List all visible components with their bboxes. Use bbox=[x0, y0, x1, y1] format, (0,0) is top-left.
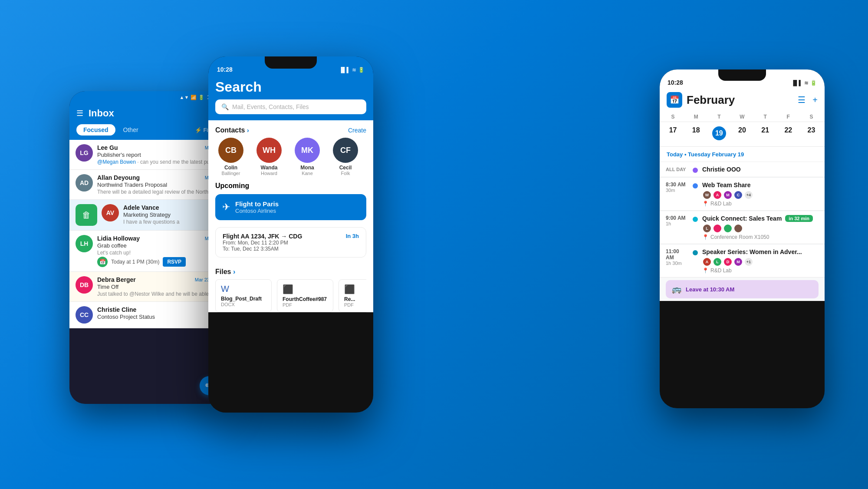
email-item-adele[interactable]: 🗑 AV Adele Vance Marketing Strategy I ha… bbox=[69, 200, 226, 231]
battery-icon-center: 🔋 bbox=[358, 67, 365, 73]
flight-card[interactable]: ✈ Flight to Paris Contoso Airlines bbox=[215, 194, 366, 220]
weekday-s1: S bbox=[661, 112, 684, 122]
av-speaker-3: D bbox=[723, 257, 733, 267]
av-webteam-1: W bbox=[702, 190, 712, 200]
event-time-webteam: 8:30 AM bbox=[666, 182, 688, 188]
file-item-blog[interactable]: W Blog_Post_Draft DOCX bbox=[215, 279, 272, 312]
inbox-title: Inbox bbox=[89, 108, 114, 119]
date-19-today[interactable]: 19 bbox=[707, 125, 730, 142]
search-bar[interactable]: 🔍 Mail, Events, Contacts, Files bbox=[215, 99, 366, 114]
avatar-lee: LG bbox=[76, 144, 93, 162]
rsvp-button[interactable]: RSVP bbox=[163, 257, 186, 267]
dot-allday bbox=[693, 168, 698, 173]
fd-from: From: Mon, Dec 11 2:20 PM bbox=[223, 240, 302, 246]
email-content-debra: Debra Berger Mar 23 🚩 Time Off Just talk… bbox=[97, 276, 220, 297]
contact-mona[interactable]: MK Mona Kane bbox=[288, 138, 326, 176]
pdf-icon-re: ⬛ bbox=[344, 284, 366, 294]
phone-left: ▲▼ 📶 🔋 10:28 ☰ Inbox Focused Other ⚡ Fil… bbox=[69, 91, 226, 404]
event-dur-quick: 1h bbox=[666, 221, 688, 226]
date-18[interactable]: 18 bbox=[684, 125, 707, 142]
bolt-icon: ⚡ bbox=[195, 127, 202, 133]
event-webteam[interactable]: 8:30 AM 30m Web Team Share W A M C +4 📍 … bbox=[660, 178, 825, 211]
av-speaker-4: M bbox=[733, 257, 743, 267]
list-view-icon[interactable]: ☰ bbox=[798, 95, 806, 105]
files-section-header: Files › bbox=[208, 262, 373, 279]
menu-icon[interactable]: ☰ bbox=[76, 109, 83, 118]
av-webteam-3: M bbox=[723, 190, 733, 200]
contacts-section-header: Contacts › Create bbox=[208, 120, 373, 138]
leave-text: Leave at 10:30 AM bbox=[686, 286, 734, 293]
av-quick-3 bbox=[723, 224, 733, 233]
contact-name-mona: Mona bbox=[288, 165, 326, 171]
avatars-quick: L bbox=[702, 224, 819, 233]
contacts-row: CB Colin Ballinger WH Wanda Howard MK Mo… bbox=[208, 138, 373, 182]
contact-cecil[interactable]: CF Cecil Folk bbox=[326, 138, 365, 176]
today-label-text: Today • Tuesday February 19 bbox=[667, 151, 744, 158]
tab-focused[interactable]: Focused bbox=[76, 124, 115, 135]
email-content-lidia: Lidia Holloway Mar 23 Grab coffee Let's … bbox=[97, 235, 220, 267]
weekday-f: F bbox=[777, 112, 800, 122]
event-quickconnect[interactable]: 9:00 AM 1h Quick Connect: Sales Team in … bbox=[660, 211, 825, 244]
today-circle: 19 bbox=[712, 126, 726, 140]
wifi-icon-center: ≋ bbox=[352, 67, 356, 73]
email-item-lidia[interactable]: LH Lidia Holloway Mar 23 Grab coffee Let… bbox=[69, 231, 226, 272]
flight-info: Flight to Paris Contoso Airlines bbox=[235, 200, 279, 214]
week-header: S M T W T F S bbox=[660, 112, 825, 122]
dot-quick bbox=[693, 217, 698, 222]
sender-debra: Debra Berger bbox=[97, 276, 136, 283]
cal-title-wrap: 📅 February bbox=[667, 92, 735, 108]
date-22[interactable]: 22 bbox=[777, 125, 800, 142]
status-time-center: 10:28 bbox=[217, 66, 233, 73]
create-action[interactable]: Create bbox=[348, 127, 366, 134]
add-event-icon[interactable]: + bbox=[812, 95, 818, 105]
file-name-re: Re... bbox=[344, 296, 366, 302]
status-time-right: 10:28 bbox=[667, 79, 683, 86]
date-debra: Mar 23 bbox=[195, 277, 210, 282]
files-label: Files › bbox=[215, 268, 235, 276]
email-item-christie[interactable]: CC Christie Cline Contoso Project Status bbox=[69, 302, 226, 328]
event-allday[interactable]: ALL DAY Christie OOO bbox=[660, 162, 825, 177]
trash-icon: 🗑 bbox=[82, 210, 91, 220]
word-icon: W bbox=[221, 284, 266, 294]
preview-adele: I have a few questions a bbox=[123, 219, 220, 225]
event-speaker[interactable]: 11:00 AM 1h 30m Speaker Series: Women in… bbox=[660, 245, 825, 278]
event-name-quick: Quick Connect: Sales Team bbox=[702, 215, 782, 222]
date-23[interactable]: 23 bbox=[800, 125, 823, 142]
inbox-header: ☰ Inbox bbox=[69, 103, 226, 124]
date-21[interactable]: 21 bbox=[754, 125, 777, 142]
event-loc-quick: 📍 Conference Room X1050 bbox=[702, 234, 819, 240]
file-item-re[interactable]: ⬛ Re... PDF bbox=[339, 279, 366, 312]
date-20[interactable]: 20 bbox=[730, 125, 753, 142]
cal-actions: ☰ + bbox=[798, 95, 818, 105]
files-section: W Blog_Post_Draft DOCX ⬛ FourthCoffee#98… bbox=[208, 279, 373, 312]
signal-icons: ▲▼ 📶 🔋 bbox=[180, 95, 205, 100]
files-row: W Blog_Post_Draft DOCX ⬛ FourthCoffee#98… bbox=[215, 279, 366, 312]
email-item-allan[interactable]: AD Allan Deyoung Mar 23 Northwind Trader… bbox=[69, 170, 226, 200]
time-col-quick: 9:00 AM 1h bbox=[666, 215, 688, 226]
trash-action[interactable]: 🗑 bbox=[76, 204, 97, 226]
contact-wanda[interactable]: WH Wanda Howard bbox=[250, 138, 288, 176]
search-icon: 🔍 bbox=[221, 103, 229, 110]
email-item-debra[interactable]: DB Debra Berger Mar 23 🚩 Time Off Just t… bbox=[69, 272, 226, 302]
event-name-speaker: Speaker Series: Women in Adver... bbox=[702, 248, 819, 255]
event-loc-webteam: 📍 R&D Lab bbox=[702, 201, 819, 207]
location-icon-speaker: 📍 bbox=[702, 268, 709, 274]
weekday-t1: T bbox=[707, 112, 730, 122]
sender-lidia: Lidia Holloway bbox=[97, 235, 140, 242]
file-item-coffee[interactable]: ⬛ FourthCoffee#987 PDF bbox=[277, 279, 333, 312]
date-17[interactable]: 17 bbox=[661, 125, 684, 142]
contacts-label: Contacts › bbox=[215, 126, 249, 134]
email-item-lee[interactable]: LG Lee Gu Mar 23 Publisher's report @Meg… bbox=[69, 140, 226, 170]
location-icon-webteam: 📍 bbox=[702, 201, 709, 207]
search-title: Search bbox=[215, 79, 366, 95]
cal-events: ALL DAY Christie OOO 8:30 AM 30m Web Tea… bbox=[660, 162, 825, 301]
contact-name-wanda: Wanda bbox=[250, 165, 288, 171]
tab-other[interactable]: Other bbox=[120, 124, 142, 135]
preview-allan: There will be a detailed legal review of… bbox=[97, 189, 220, 195]
flight-detail-card[interactable]: Flight AA 1234, JFK → CDG From: Mon, Dec… bbox=[215, 227, 366, 258]
contact-name-colin: Colin bbox=[212, 165, 250, 171]
file-name-blog: Blog_Post_Draft bbox=[221, 296, 266, 302]
calendar-header: 📅 February ☰ + bbox=[660, 89, 825, 112]
fd-time: In 3h bbox=[346, 233, 359, 239]
contact-colin[interactable]: CB Colin Ballinger bbox=[212, 138, 250, 176]
